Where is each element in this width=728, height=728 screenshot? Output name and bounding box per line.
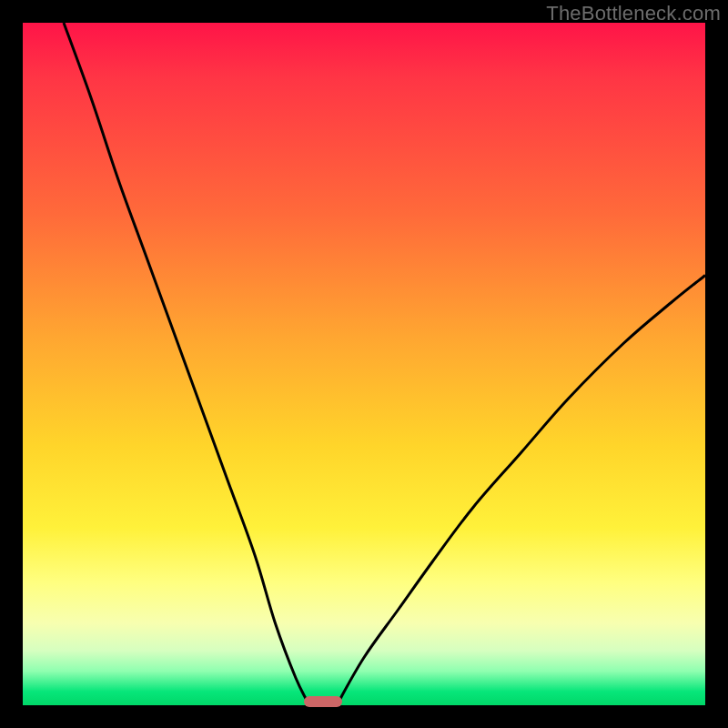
curve-overlay <box>23 23 705 705</box>
plot-frame <box>23 23 705 705</box>
bottleneck-marker <box>304 696 342 707</box>
left-curve <box>64 23 309 705</box>
right-curve <box>337 276 705 706</box>
